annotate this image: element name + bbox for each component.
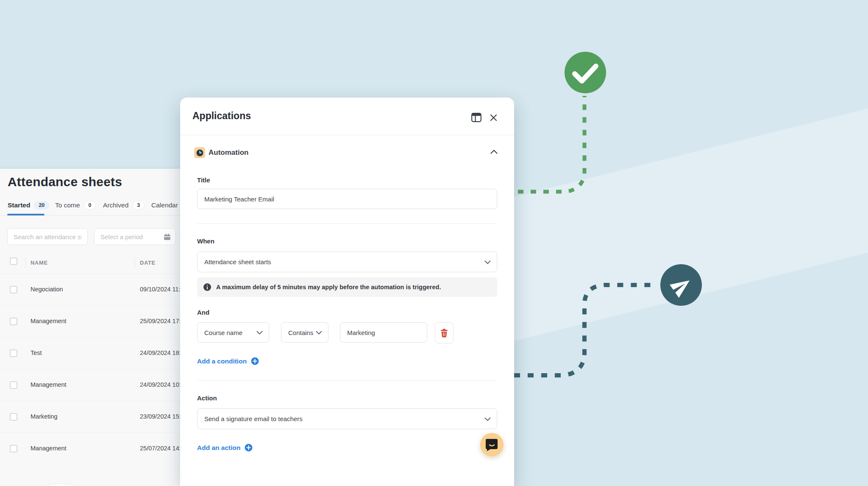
layout-panel-button[interactable] — [471, 112, 482, 123]
tab-archived[interactable]: Archived 3 — [103, 199, 145, 211]
column-header-name[interactable]: NAME — [31, 260, 48, 266]
tab-to-come[interactable]: To come 0 — [55, 199, 96, 211]
when-label: When — [197, 237, 214, 245]
tab-label: Calendar — [151, 201, 178, 209]
calendar-icon — [164, 233, 171, 240]
automation-section-label: Automation — [209, 148, 248, 157]
section-divider — [197, 380, 497, 381]
row-checkbox[interactable] — [10, 318, 17, 325]
chevron-down-icon — [484, 260, 491, 264]
automation-badge — [194, 147, 205, 158]
close-button[interactable] — [488, 112, 499, 123]
condition-field-value: Course name — [198, 329, 242, 336]
row-name: Marketing — [31, 413, 58, 420]
modal-title: Applications — [192, 110, 251, 122]
automation-section-header[interactable]: Automation — [194, 147, 500, 159]
search-input[interactable] — [7, 228, 88, 245]
green-dashed-path — [518, 96, 584, 192]
when-trigger-value: Attendance sheet starts — [198, 258, 271, 265]
chevron-down-icon — [256, 331, 263, 335]
condition-value-input[interactable] — [340, 322, 427, 343]
plus-circle-icon — [245, 444, 253, 452]
chevron-down-icon — [316, 331, 322, 335]
chevron-up-icon[interactable] — [490, 150, 498, 154]
chevron-down-icon — [484, 417, 491, 421]
layout-icon — [471, 113, 481, 122]
condition-operator-select[interactable]: Contains — [281, 322, 328, 343]
close-icon — [490, 114, 497, 121]
condition-field-select[interactable]: Course name — [197, 322, 269, 343]
when-trigger-select[interactable]: Attendance sheet starts — [197, 251, 497, 272]
automation-title-input[interactable] — [197, 189, 497, 209]
section-divider — [197, 223, 497, 224]
info-icon — [203, 283, 211, 291]
modal-header: Applications — [180, 98, 514, 135]
applications-modal: Applications — [180, 98, 514, 486]
delay-info-banner: A maximum delay of 5 minutes may apply b… — [197, 277, 497, 297]
delete-condition-button[interactable] — [435, 322, 453, 344]
delay-info-text: A maximum delay of 5 minutes may apply b… — [216, 284, 441, 290]
row-checkbox[interactable] — [10, 349, 17, 357]
row-name: Negociation — [31, 286, 63, 293]
tab-label: Archived — [103, 201, 128, 209]
tab-calendar[interactable]: Calendar — [151, 199, 178, 211]
and-label: And — [197, 309, 209, 316]
add-action-label: Add an action — [197, 444, 240, 452]
row-name: Test — [31, 349, 42, 356]
check-icon — [575, 66, 596, 81]
row-checkbox[interactable] — [10, 445, 17, 452]
pagination-button[interactable] — [48, 483, 72, 486]
page-title: Attendance sheets — [8, 175, 122, 189]
row-name: Management — [31, 445, 67, 452]
clock-icon — [196, 149, 203, 156]
column-divider — [135, 258, 135, 268]
tab-label: To come — [55, 201, 80, 209]
row-date: 24/09/2024 18:0 — [140, 349, 184, 356]
row-checkbox[interactable] — [10, 286, 17, 293]
row-name: Management — [31, 318, 67, 324]
tab-count-badge: 3 — [132, 201, 145, 210]
row-date: 23/09/2024 15:0 — [140, 413, 184, 420]
row-name: Management — [31, 381, 67, 388]
row-date: 25/09/2024 17:3 — [140, 318, 184, 324]
trash-icon — [440, 329, 448, 338]
action-value: Send a signature email to teachers — [198, 415, 303, 422]
chat-launcher-button[interactable] — [480, 433, 504, 456]
chat-bubble-icon — [486, 438, 498, 452]
add-condition-label: Add a condition — [197, 358, 247, 365]
add-action-link[interactable]: Add an action — [197, 444, 253, 452]
success-circle — [565, 52, 606, 93]
select-all-checkbox[interactable] — [10, 257, 17, 265]
tab-count-badge: 20 — [34, 201, 49, 210]
app-background: Attendance sheets Started 20 To come 0 A… — [0, 0, 868, 486]
plus-circle-icon — [251, 357, 259, 365]
tab-label: Started — [8, 201, 30, 209]
row-date: 24/09/2024 10:0 — [140, 381, 184, 388]
row-checkbox[interactable] — [10, 381, 17, 389]
row-date: 25/07/2024 14:1 — [140, 445, 184, 452]
row-date: 09/10/2024 11:0 — [140, 286, 184, 293]
title-field-label: Title — [197, 176, 210, 184]
tab-count-badge: 0 — [84, 201, 96, 210]
period-picker[interactable] — [94, 228, 176, 245]
action-select[interactable]: Send a signature email to teachers — [197, 408, 497, 429]
column-header-date[interactable]: DATE — [140, 260, 156, 266]
row-checkbox[interactable] — [10, 413, 17, 421]
column-divider — [25, 258, 26, 268]
tab-started[interactable]: Started 20 — [8, 199, 49, 211]
add-condition-link[interactable]: Add a condition — [197, 357, 259, 365]
active-tab-underline — [7, 214, 45, 215]
action-label: Action — [197, 394, 217, 402]
condition-operator-value: Contains — [281, 329, 313, 336]
